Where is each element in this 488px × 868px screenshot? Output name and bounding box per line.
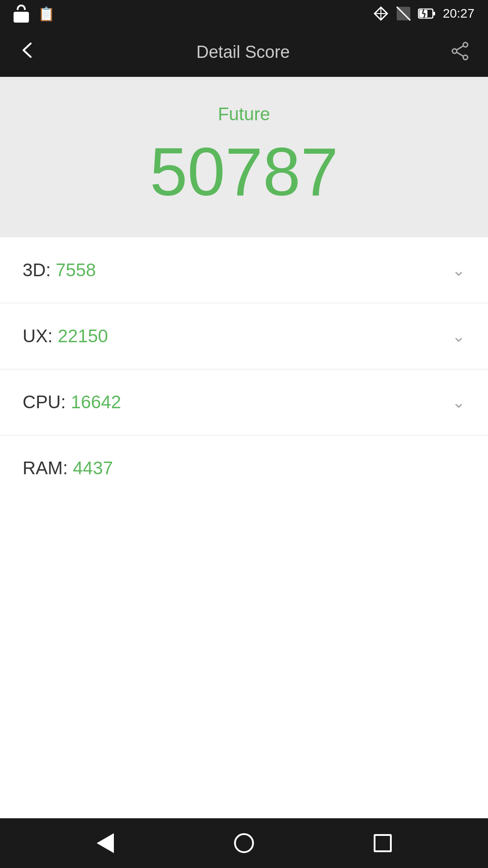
clipboard-icon: 📋: [38, 6, 55, 22]
list-item-ux[interactable]: UX: 22150 ⌄: [0, 303, 488, 369]
back-nav-icon: [97, 833, 114, 853]
home-nav-icon: [234, 833, 254, 853]
lock-icon: [14, 5, 29, 23]
svg-line-15: [456, 52, 463, 57]
list-item-ram[interactable]: RAM: 4437: [0, 435, 488, 501]
ux-label: UX: 22150: [23, 326, 108, 346]
total-score: 50787: [150, 138, 338, 206]
status-bar-left: 📋: [14, 5, 55, 23]
svg-point-13: [452, 49, 457, 53]
ux-value: 22150: [58, 326, 108, 346]
svg-line-14: [456, 46, 463, 50]
time-display: 20:27: [443, 6, 474, 21]
list-item-cpu[interactable]: CPU: 16642 ⌄: [0, 369, 488, 435]
page-title: Detail Score: [197, 42, 290, 62]
cpu-value: 16642: [71, 392, 121, 412]
list-item-3d[interactable]: 3D: 7558 ⌄: [0, 237, 488, 303]
nav-bar: [0, 818, 488, 868]
chevron-down-icon: ⌄: [452, 327, 465, 346]
chevron-down-icon: ⌄: [452, 393, 465, 412]
svg-point-11: [463, 42, 468, 47]
recents-nav-icon: [374, 834, 392, 852]
battery-icon: [418, 7, 436, 20]
share-icon: [450, 41, 470, 61]
share-button[interactable]: [446, 37, 474, 67]
sim-icon: [396, 6, 411, 21]
svg-point-12: [463, 55, 468, 60]
wifi-icon: [373, 5, 389, 22]
score-list: 3D: 7558 ⌄ UX: 22150 ⌄ CPU: 16642 ⌄ RAM:…: [0, 237, 488, 818]
nav-home-button[interactable]: [226, 825, 262, 861]
svg-rect-6: [433, 12, 435, 15]
status-bar: 📋 20:27: [0, 0, 488, 27]
chevron-down-icon: ⌄: [452, 261, 465, 280]
3d-label: 3D: 7558: [23, 260, 96, 280]
cpu-label: CPU: 16642: [23, 392, 121, 412]
ram-label: RAM: 4437: [23, 458, 113, 478]
status-bar-right: 20:27: [373, 5, 474, 22]
score-section: Future 50787: [0, 77, 488, 237]
score-category-label: Future: [218, 104, 270, 124]
back-button[interactable]: [14, 37, 41, 68]
nav-back-button[interactable]: [87, 825, 123, 861]
3d-value: 7558: [56, 260, 96, 280]
ram-value: 4437: [73, 458, 113, 478]
nav-recents-button[interactable]: [365, 825, 401, 861]
app-bar: Detail Score: [0, 27, 488, 77]
